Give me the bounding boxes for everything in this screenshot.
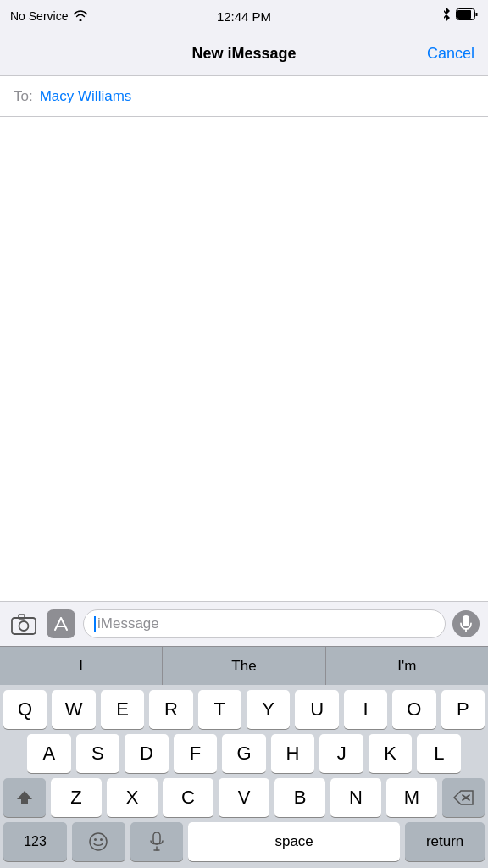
key-i[interactable]: I bbox=[344, 690, 387, 729]
autocomplete-bar: I The I'm bbox=[0, 646, 488, 685]
svg-point-10 bbox=[100, 838, 103, 841]
key-q[interactable]: Q bbox=[3, 690, 47, 729]
svg-rect-4 bbox=[19, 615, 25, 619]
key-t[interactable]: T bbox=[198, 690, 241, 729]
svg-rect-1 bbox=[458, 10, 471, 19]
carrier-label: No Service bbox=[10, 9, 68, 23]
svg-rect-11 bbox=[153, 832, 160, 844]
appstore-button[interactable] bbox=[46, 609, 76, 639]
nav-title: New iMessage bbox=[191, 45, 296, 63]
mic-button[interactable] bbox=[452, 610, 480, 637]
navigation-header: New iMessage Cancel bbox=[0, 32, 488, 76]
keyboard-mic-key[interactable] bbox=[130, 822, 184, 861]
battery-icon bbox=[456, 8, 478, 24]
backspace-key[interactable] bbox=[442, 778, 485, 817]
key-g[interactable]: G bbox=[222, 734, 266, 773]
keyboard-row-4: 123 space return bbox=[3, 822, 485, 861]
keyboard-row-3: Z X C V B N M bbox=[0, 778, 488, 817]
key-m[interactable]: M bbox=[386, 778, 437, 817]
key-n[interactable]: N bbox=[330, 778, 381, 817]
key-y[interactable]: Y bbox=[247, 690, 290, 729]
numbers-key[interactable]: 123 bbox=[3, 822, 67, 861]
autocomplete-item-the[interactable]: The bbox=[163, 647, 325, 685]
return-key[interactable]: return bbox=[405, 822, 485, 861]
key-w[interactable]: W bbox=[52, 690, 95, 729]
bluetooth-icon bbox=[442, 8, 451, 25]
message-placeholder: iMessage bbox=[97, 615, 435, 632]
key-f[interactable]: F bbox=[174, 734, 218, 773]
svg-point-3 bbox=[19, 621, 29, 631]
cancel-button[interactable]: Cancel bbox=[427, 45, 474, 63]
to-label: To: bbox=[14, 88, 33, 105]
svg-rect-5 bbox=[463, 615, 469, 626]
key-x[interactable]: X bbox=[107, 778, 158, 817]
key-v[interactable]: V bbox=[219, 778, 269, 817]
status-bar: No Service 12:44 PM bbox=[0, 0, 488, 32]
key-u[interactable]: U bbox=[295, 690, 338, 729]
key-h[interactable]: H bbox=[271, 734, 315, 773]
svg-point-9 bbox=[94, 838, 97, 841]
key-p[interactable]: P bbox=[441, 690, 485, 729]
autocomplete-item-im[interactable]: I'm bbox=[326, 647, 488, 685]
input-toolbar: iMessage bbox=[0, 601, 488, 646]
camera-button[interactable] bbox=[8, 609, 39, 639]
emoji-key[interactable] bbox=[72, 822, 125, 861]
key-a[interactable]: A bbox=[27, 734, 71, 773]
key-l[interactable]: L bbox=[417, 734, 461, 773]
keyboard-row-1: Q W E R T Y U I O P bbox=[3, 690, 485, 729]
key-j[interactable]: J bbox=[319, 734, 363, 773]
key-c[interactable]: C bbox=[163, 778, 214, 817]
message-input[interactable]: iMessage bbox=[83, 609, 446, 638]
message-area[interactable] bbox=[0, 117, 488, 601]
time-label: 12:44 PM bbox=[217, 9, 271, 24]
key-e[interactable]: E bbox=[101, 690, 144, 729]
key-d[interactable]: D bbox=[125, 734, 169, 773]
key-b[interactable]: B bbox=[274, 778, 325, 817]
space-key[interactable]: space bbox=[188, 822, 400, 861]
keyboard: Q W E R T Y U I O P A S D F G H J K L Z … bbox=[0, 685, 488, 868]
svg-rect-2 bbox=[12, 618, 36, 634]
wifi-icon bbox=[73, 9, 88, 24]
shift-key[interactable] bbox=[3, 778, 46, 817]
recipient-label[interactable]: Macy Williams bbox=[40, 88, 132, 105]
svg-point-8 bbox=[90, 833, 107, 850]
key-k[interactable]: K bbox=[369, 734, 413, 773]
text-cursor bbox=[94, 616, 96, 632]
key-o[interactable]: O bbox=[392, 690, 435, 729]
autocomplete-item-i[interactable]: I bbox=[0, 647, 163, 685]
key-s[interactable]: S bbox=[76, 734, 120, 773]
to-field: To: Macy Williams bbox=[0, 76, 488, 117]
key-z[interactable]: Z bbox=[51, 778, 102, 817]
key-r[interactable]: R bbox=[149, 690, 192, 729]
keyboard-row-2: A S D F G H J K L bbox=[3, 734, 485, 773]
